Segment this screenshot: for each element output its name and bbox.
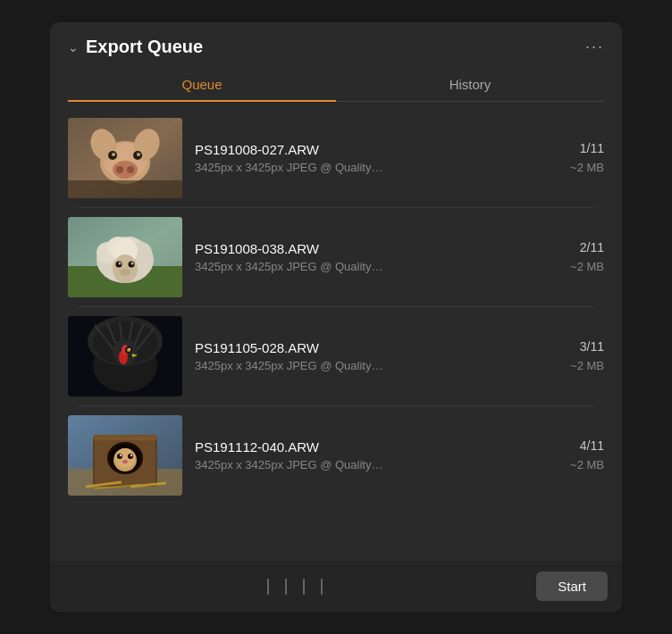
item-info: PS191112-040.ARW 3425px x 3425px JPEG @ … <box>195 439 558 471</box>
item-info: PS191008-038.ARW 3425px x 3425px JPEG @ … <box>195 241 558 273</box>
item-info: PS191105-028.ARW 3425px x 3425px JPEG @ … <box>195 340 558 372</box>
item-filename: PS191105-028.ARW <box>195 340 558 355</box>
svg-point-59 <box>122 460 128 463</box>
tab-history[interactable]: History <box>336 68 604 101</box>
svg-point-8 <box>127 166 134 173</box>
item-size: ~2 MB <box>570 357 604 376</box>
svg-point-12 <box>137 153 140 156</box>
queue-item[interactable]: PS191008-027.ARW 3425px x 3425px JPEG @ … <box>64 109 608 207</box>
svg-point-26 <box>119 263 122 265</box>
svg-point-45 <box>129 348 130 350</box>
header-left: ⌄ Export Queue <box>68 37 203 57</box>
progress-tick <box>285 579 287 595</box>
item-position: 4/11 ~2 MB <box>570 436 604 474</box>
item-info: PS191008-027.ARW 3425px x 3425px JPEG @ … <box>195 142 558 174</box>
svg-point-28 <box>120 269 130 276</box>
queue-list: PS191008-027.ARW 3425px x 3425px JPEG @ … <box>50 102 622 561</box>
panel-header: ⌄ Export Queue ··· <box>50 22 622 64</box>
thumbnail-box <box>68 415 182 496</box>
svg-point-27 <box>131 263 134 265</box>
item-details: 3425px x 3425px JPEG @ Quality… <box>195 161 558 174</box>
panel-footer: Start <box>50 561 622 612</box>
item-position: 2/11 ~2 MB <box>570 238 604 276</box>
item-filename: PS191008-027.ARW <box>195 142 558 157</box>
item-size: ~2 MB <box>570 258 604 277</box>
item-position: 1/11 ~2 MB <box>570 138 604 177</box>
item-num: 2/11 <box>570 238 604 257</box>
progress-ticks <box>64 579 525 595</box>
item-details: 3425px x 3425px JPEG @ Quality… <box>195 260 558 273</box>
item-details: 3425px x 3425px JPEG @ Quality… <box>195 359 558 372</box>
svg-point-55 <box>117 454 122 459</box>
item-size: ~2 MB <box>570 456 604 475</box>
tab-queue[interactable]: Queue <box>68 68 336 101</box>
thumbnail-sheep <box>68 217 182 297</box>
progress-tick <box>267 579 269 595</box>
item-filename: PS191112-040.ARW <box>195 439 558 455</box>
collapse-chevron-icon[interactable]: ⌄ <box>68 40 79 54</box>
item-num: 3/11 <box>570 337 604 356</box>
queue-item[interactable]: PS191008-038.ARW 3425px x 3425px JPEG @ … <box>64 208 608 306</box>
tab-bar: Queue History <box>68 68 604 102</box>
thumbnail-turkey <box>68 316 182 396</box>
start-button[interactable]: Start <box>536 571 608 601</box>
item-num: 4/11 <box>570 436 604 455</box>
export-queue-panel: ⌄ Export Queue ··· Queue History <box>50 22 622 612</box>
item-position: 3/11 ~2 MB <box>570 337 604 375</box>
thumbnail-pig <box>68 118 182 198</box>
item-details: 3425px x 3425px JPEG @ Quality… <box>195 458 558 471</box>
more-options-icon[interactable]: ··· <box>585 38 604 56</box>
progress-tick <box>321 579 323 595</box>
queue-item[interactable]: PS191112-040.ARW 3425px x 3425px JPEG @ … <box>64 406 608 505</box>
svg-point-58 <box>130 455 132 456</box>
item-num: 1/11 <box>570 138 604 158</box>
svg-rect-13 <box>68 180 182 198</box>
item-size: ~2 MB <box>570 159 604 178</box>
svg-point-56 <box>128 454 133 459</box>
panel-title: Export Queue <box>86 37 203 57</box>
svg-point-7 <box>116 166 123 173</box>
svg-rect-63 <box>93 435 157 440</box>
progress-tick <box>303 579 305 595</box>
item-filename: PS191008-038.ARW <box>195 241 558 256</box>
svg-point-57 <box>120 455 122 456</box>
queue-item[interactable]: PS191105-028.ARW 3425px x 3425px JPEG @ … <box>64 307 608 405</box>
svg-point-11 <box>112 153 115 156</box>
